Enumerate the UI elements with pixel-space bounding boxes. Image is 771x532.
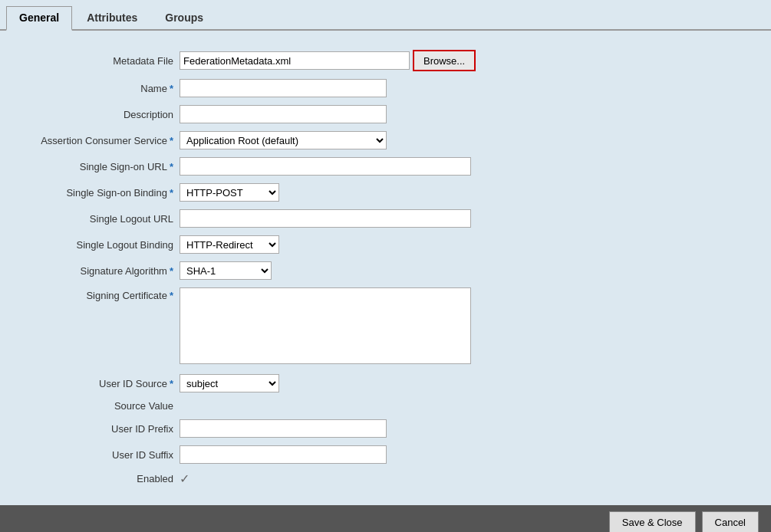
enabled-label: Enabled [23, 468, 176, 490]
tabs-bar: General Attributes Groups [0, 0, 771, 31]
form-table: Metadata File Browse... Name* [23, 46, 748, 490]
enabled-checkmark: ✓ [180, 472, 189, 485]
metadata-file-input-cell: Browse... [176, 46, 748, 75]
user-id-source-input-cell: subject attribute [176, 370, 748, 396]
metadata-file-row: Metadata File Browse... [23, 46, 748, 75]
signature-algorithm-row: Signature Algorithm* SHA-1 SHA-256 SHA-5… [23, 258, 748, 284]
browse-button[interactable]: Browse... [413, 50, 476, 71]
name-input-cell [176, 75, 748, 101]
user-id-prefix-row: User ID Prefix [23, 415, 748, 442]
signing-certificate-input-cell [176, 284, 748, 370]
signature-algorithm-input-cell: SHA-1 SHA-256 SHA-512 [176, 258, 748, 284]
name-required: * [170, 83, 173, 94]
description-row: Description [23, 101, 748, 127]
enabled-row: Enabled ✓ [23, 468, 748, 490]
description-input-cell [176, 101, 748, 127]
sso-binding-required: * [170, 187, 173, 199]
slo-binding-row: Single Logout Binding HTTP-Redirect HTTP… [23, 232, 748, 258]
sso-url-required: * [170, 161, 173, 172]
name-label: Name* [23, 75, 176, 101]
tab-attributes[interactable]: Attributes [74, 6, 150, 29]
signature-algorithm-select[interactable]: SHA-1 SHA-256 SHA-512 [180, 261, 272, 280]
assertion-consumer-service-label: Assertion Consumer Service* [23, 127, 176, 153]
signing-certificate-label: Signing Certificate* [23, 284, 176, 370]
user-id-source-row: User ID Source* subject attribute [23, 370, 748, 396]
metadata-file-label: Metadata File [23, 46, 176, 75]
user-id-suffix-label: User ID Suffix [23, 442, 176, 468]
footer-bar: Save & Close Cancel [0, 505, 771, 532]
cert-required: * [170, 290, 173, 301]
slo-url-row: Single Logout URL [23, 205, 748, 232]
sso-binding-input-cell: HTTP-POST HTTP-Redirect [176, 179, 748, 205]
user-id-suffix-input[interactable] [180, 445, 387, 464]
user-id-suffix-input-cell [176, 442, 748, 468]
sso-binding-label: Single Sign-on Binding* [23, 179, 176, 205]
assertion-consumer-service-select[interactable]: Application Root (default) Custom URL [180, 131, 387, 149]
name-input[interactable] [180, 79, 387, 97]
enabled-input-cell: ✓ [176, 468, 748, 490]
user-id-source-select[interactable]: subject attribute [180, 374, 279, 392]
sso-binding-row: Single Sign-on Binding* HTTP-POST HTTP-R… [23, 179, 748, 205]
sso-url-row: Single Sign-on URL* [23, 153, 748, 179]
slo-binding-select[interactable]: HTTP-Redirect HTTP-POST [180, 235, 279, 254]
assertion-consumer-service-input-cell: Application Root (default) Custom URL [176, 127, 748, 153]
user-id-prefix-input-cell [176, 415, 748, 442]
user-id-suffix-row: User ID Suffix [23, 442, 748, 468]
slo-binding-label: Single Logout Binding [23, 232, 176, 258]
cancel-button[interactable]: Cancel [702, 511, 759, 532]
sso-url-input[interactable] [180, 157, 471, 176]
source-value-input-cell [176, 396, 748, 415]
main-container: General Attributes Groups Metadata File … [0, 0, 771, 532]
signing-certificate-textarea[interactable] [180, 287, 471, 364]
user-id-prefix-label: User ID Prefix [23, 415, 176, 442]
source-value-row: Source Value [23, 396, 748, 415]
content-area: Metadata File Browse... Name* [0, 31, 771, 505]
slo-url-label: Single Logout URL [23, 205, 176, 232]
sso-url-input-cell [176, 153, 748, 179]
user-id-prefix-input[interactable] [180, 419, 387, 438]
signature-algorithm-label: Signature Algorithm* [23, 258, 176, 284]
description-label: Description [23, 101, 176, 127]
sso-binding-select[interactable]: HTTP-POST HTTP-Redirect [180, 183, 279, 202]
assertion-consumer-service-row: Assertion Consumer Service* Application … [23, 127, 748, 153]
sso-url-label: Single Sign-on URL* [23, 153, 176, 179]
save-close-button[interactable]: Save & Close [609, 511, 696, 532]
user-id-source-label: User ID Source* [23, 370, 176, 396]
userid-source-required: * [170, 378, 173, 389]
tab-general[interactable]: General [6, 6, 72, 31]
description-input[interactable] [180, 105, 387, 123]
acs-required: * [170, 135, 173, 146]
signing-certificate-row: Signing Certificate* [23, 284, 748, 370]
slo-url-input[interactable] [180, 209, 471, 228]
sig-algo-required: * [170, 265, 173, 277]
slo-binding-input-cell: HTTP-Redirect HTTP-POST [176, 232, 748, 258]
slo-url-input-cell [176, 205, 748, 232]
source-value-label: Source Value [23, 396, 176, 415]
metadata-file-input[interactable] [180, 51, 410, 70]
name-row: Name* [23, 75, 748, 101]
tab-groups[interactable]: Groups [152, 6, 216, 29]
